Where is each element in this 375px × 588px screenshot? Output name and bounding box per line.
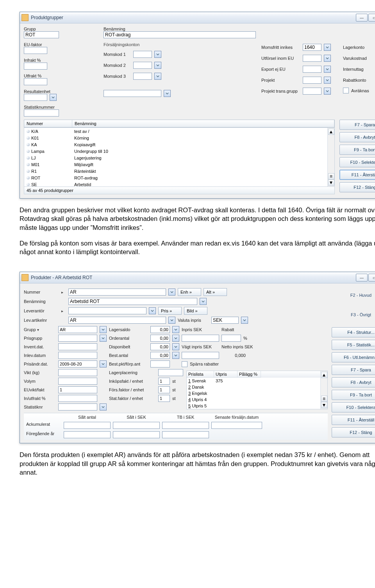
momsfritt-dropdown[interactable] — [324, 44, 331, 51]
projekt-input[interactable] — [303, 77, 321, 84]
scroll-down-button[interactable]: ▼ — [328, 179, 334, 186]
utforsel-dropdown[interactable] — [324, 55, 331, 62]
nummer-input[interactable] — [68, 289, 166, 296]
projekt-trans-dropdown[interactable] — [324, 88, 331, 95]
ackum-sek-input[interactable] — [113, 422, 160, 429]
momskod2-dropdown[interactable] — [154, 62, 161, 69]
levart-input[interactable] — [68, 317, 166, 324]
enh-button[interactable]: Enh » — [178, 288, 201, 296]
euvikt-input[interactable] — [58, 386, 97, 393]
col-prislista[interactable]: Prislista — [187, 371, 214, 378]
prisandr-input[interactable] — [58, 360, 97, 368]
table-row[interactable]: K/Atest av / — [24, 128, 334, 134]
pricelist-row[interactable]: 1 Svensk375 — [187, 378, 327, 384]
action-button[interactable]: F8 - Avbryt — [332, 377, 375, 387]
orderantal-input[interactable] — [150, 335, 170, 342]
table-row[interactable]: ROTROT-avdrag — [24, 174, 334, 181]
action-button[interactable]: F2 - Huvud — [332, 288, 375, 302]
scroll-grip-icon[interactable]: ≡ — [321, 396, 327, 402]
avraknas-checkbox[interactable] — [343, 88, 349, 93]
table-row[interactable]: LJLagerjustering — [24, 154, 334, 161]
statistiknummer-input[interactable] — [24, 109, 59, 117]
projekt-dropdown[interactable] — [324, 77, 331, 84]
statistik-extra-dropdown[interactable] — [164, 90, 171, 97]
momskod1-input[interactable] — [133, 51, 152, 58]
leverantor-input[interactable] — [68, 307, 146, 314]
minimize-button[interactable]: — — [356, 274, 368, 281]
lagersaldo-input[interactable] — [150, 326, 170, 333]
table-row[interactable]: KAKopiaavgift — [24, 141, 334, 148]
inutfrakt-input[interactable] — [58, 395, 97, 402]
grupp2-dropdown[interactable] — [100, 326, 107, 333]
projekt-trans-input[interactable] — [303, 88, 321, 95]
table-row[interactable]: K01Körning — [24, 134, 334, 141]
action-button[interactable]: F3 - Övrigt — [332, 308, 375, 322]
action-button[interactable]: F12 - Stäng — [332, 427, 375, 437]
export-dropdown[interactable] — [324, 66, 331, 73]
scroll-down-button[interactable]: ▼ — [321, 402, 327, 408]
alt-button[interactable]: Alt » — [204, 288, 227, 296]
leverantor-dropdown[interactable] — [149, 307, 156, 314]
pricelist-row[interactable]: 3 Engelsk — [187, 390, 327, 396]
statistik-extra-input[interactable] — [104, 90, 161, 97]
pricelist-row[interactable]: 4 Utpris 4 — [187, 396, 327, 403]
col-nummer[interactable]: Nummer — [24, 120, 72, 127]
levart-dropdown[interactable] — [168, 317, 175, 324]
table-row[interactable]: SEArbetstid — [24, 181, 334, 187]
fore-sek-input[interactable] — [113, 431, 160, 438]
infrakt-input[interactable] — [24, 63, 47, 70]
benamning2-dropdown[interactable] — [200, 298, 207, 305]
statistiknr-dropdown[interactable] — [100, 403, 107, 411]
action-button[interactable]: F11 - Återställ — [332, 415, 375, 425]
action-button[interactable]: F8 - Avbryt — [339, 132, 375, 142]
momskod3-input[interactable] — [133, 73, 152, 80]
ackum-antal-input[interactable] — [64, 422, 111, 429]
table-row[interactable]: M01Miljöavgift — [24, 161, 334, 168]
benamning2-input[interactable] — [68, 298, 197, 305]
action-button[interactable]: F6 - Utl.benämn... — [332, 352, 375, 362]
pricelist-row[interactable]: 2 Dansk — [187, 384, 327, 390]
benamning-input[interactable] — [104, 31, 256, 38]
momskod2-input[interactable] — [133, 62, 152, 69]
table-row[interactable]: LampaUndergrupp till 10 — [24, 148, 334, 154]
col-palagg[interactable]: Pålägg % — [238, 371, 261, 378]
ackum-tb-input[interactable] — [162, 422, 209, 429]
bestantal-dropdown[interactable] — [172, 352, 179, 359]
resultatenhet-input[interactable] — [24, 94, 47, 101]
grupp2-input[interactable] — [58, 326, 97, 333]
scroll-up-button[interactable]: ▲ — [328, 129, 334, 135]
action-button[interactable]: F9 - Ta bort — [332, 390, 375, 400]
momskod1-dropdown[interactable] — [154, 51, 161, 58]
resultatenhet-dropdown[interactable] — [50, 94, 57, 101]
momskod3-dropdown[interactable] — [154, 73, 161, 80]
ackum-datum-input[interactable] — [211, 422, 262, 429]
action-button[interactable]: F5 - Statistik... — [332, 340, 375, 350]
momsfritt-input[interactable] — [303, 44, 321, 51]
bestantal-input[interactable] — [150, 352, 170, 359]
pricelist-row[interactable]: 5 Utpris 5 — [187, 403, 327, 409]
export-input[interactable] — [303, 66, 321, 73]
action-button[interactable]: F7 - Spara — [339, 120, 375, 130]
utfrakt-input[interactable] — [24, 78, 47, 85]
eu-faktor-input[interactable] — [24, 47, 47, 54]
valuta-dropdown[interactable] — [241, 317, 248, 324]
statfaktor-input[interactable] — [158, 395, 170, 402]
prisgrupp-input[interactable] — [58, 335, 97, 342]
col-benamning[interactable]: Benämning — [72, 120, 334, 127]
lagersaldo-dropdown[interactable] — [172, 326, 179, 333]
bild-button[interactable]: Bild » — [184, 307, 207, 315]
inpris-input[interactable] — [182, 335, 219, 342]
scroll-grip-icon[interactable]: ≡ — [328, 173, 334, 179]
fore-tb-input[interactable] — [162, 431, 209, 438]
action-button[interactable]: F10 - Selektera — [339, 157, 375, 167]
lagerplacering-input[interactable] — [158, 369, 183, 376]
prisgrupp-dropdown[interactable] — [100, 335, 107, 342]
action-button[interactable]: F9 - Ta bort — [339, 145, 375, 155]
bestpkt-input[interactable] — [150, 360, 170, 368]
action-button[interactable]: F12 - Stäng — [339, 182, 375, 192]
action-button[interactable]: F7 - Spara — [332, 365, 375, 375]
fore-antal-input[interactable] — [64, 431, 111, 438]
orderantal-dropdown[interactable] — [172, 335, 179, 342]
action-button[interactable]: F11 - Återställ — [339, 170, 375, 180]
pris-button[interactable]: Pris » — [158, 307, 182, 315]
